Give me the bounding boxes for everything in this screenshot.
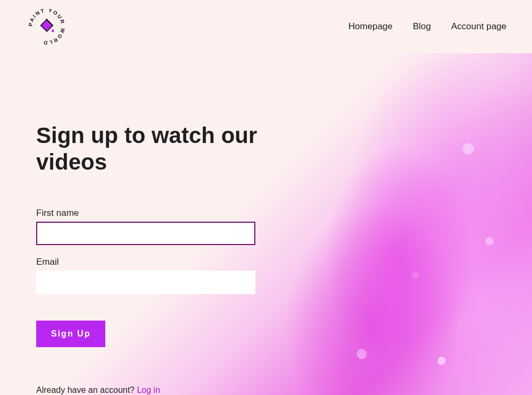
- main-nav: Homepage Blog Account page: [348, 21, 506, 32]
- login-prompt-row: Already have an account? Log in: [36, 385, 496, 395]
- nav-link-blog[interactable]: Blog: [413, 21, 431, 32]
- first-name-field-group: First name: [36, 208, 255, 245]
- login-prompt-text: Already have an account?: [36, 385, 137, 394]
- email-label: Email: [36, 257, 255, 267]
- page-title: Sign up to watch our videos: [36, 122, 260, 176]
- nav-link-account[interactable]: Account page: [451, 21, 506, 32]
- signup-button[interactable]: Sign Up: [36, 321, 105, 347]
- site-header: PAINT YOUR WORLD Homepage Blog Account p…: [0, 0, 532, 53]
- nav-link-homepage[interactable]: Homepage: [348, 21, 393, 32]
- email-input[interactable]: [36, 271, 255, 294]
- brand-logo[interactable]: PAINT YOUR WORLD: [26, 5, 68, 48]
- paint-bucket-icon: PAINT YOUR WORLD: [26, 5, 68, 48]
- signup-form: First name Email Sign Up: [36, 208, 255, 347]
- email-field-group: Email: [36, 257, 255, 294]
- svg-point-4: [52, 30, 54, 32]
- first-name-input[interactable]: [36, 222, 255, 245]
- first-name-label: First name: [36, 208, 255, 218]
- login-link[interactable]: Log in: [137, 385, 160, 394]
- svg-rect-1: [41, 19, 53, 31]
- signup-section: Sign up to watch our videos First name E…: [0, 53, 532, 395]
